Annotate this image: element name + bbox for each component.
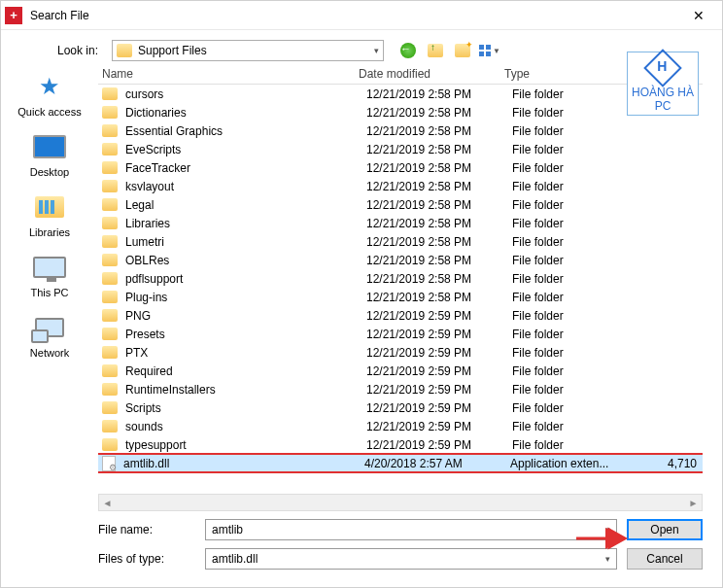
filetype-label: Files of type: bbox=[98, 552, 195, 566]
list-item[interactable]: Scripts12/21/2019 2:59 PMFile folder bbox=[98, 398, 703, 417]
file-date: 12/21/2019 2:59 PM bbox=[366, 309, 512, 323]
list-item[interactable]: Dictionaries12/21/2019 2:58 PMFile folde… bbox=[98, 103, 703, 121]
folder-icon bbox=[102, 106, 118, 119]
sidebar-item-quick-access[interactable]: ★Quick access bbox=[17, 71, 81, 118]
folder-icon bbox=[102, 272, 118, 285]
file-name: ksvlayout bbox=[125, 180, 366, 193]
window-title: Search File bbox=[30, 9, 679, 22]
cancel-button[interactable]: Cancel bbox=[627, 548, 703, 570]
column-headers[interactable]: Name Date modified Type Size bbox=[98, 63, 703, 85]
titlebar: + Search File ✕ bbox=[1, 1, 722, 30]
horizontal-scrollbar[interactable]: ◄ ► bbox=[98, 494, 703, 511]
list-item[interactable]: cursors12/21/2019 2:58 PMFile folder bbox=[98, 85, 703, 103]
header-name[interactable]: Name bbox=[102, 67, 359, 81]
list-item[interactable]: amtlib.dll4/20/2018 2:57 AMApplication e… bbox=[98, 454, 703, 472]
lookin-combo[interactable]: Support Files ▾ bbox=[112, 40, 384, 61]
list-item[interactable]: Libraries12/21/2019 2:58 PMFile folder bbox=[98, 214, 703, 232]
filetype-combo[interactable]: amtlib.dll ▾ bbox=[205, 548, 617, 570]
file-type: File folder bbox=[512, 106, 629, 120]
file-date: 12/21/2019 2:58 PM bbox=[366, 161, 512, 175]
file-type: File folder bbox=[512, 254, 629, 267]
file-type: File folder bbox=[512, 291, 629, 304]
list-item[interactable]: OBLRes12/21/2019 2:58 PMFile folder bbox=[98, 251, 703, 269]
nav-toolbar: ← ▼ bbox=[399, 42, 499, 59]
file-name: sounds bbox=[125, 420, 366, 433]
list-item[interactable]: PTX12/21/2019 2:59 PMFile folder bbox=[98, 343, 703, 362]
filename-input[interactable]: amtlib ▾ bbox=[205, 519, 617, 540]
list-item[interactable]: RuntimeInstallers12/21/2019 2:59 PMFile … bbox=[98, 380, 703, 398]
nav-back-button[interactable]: ← bbox=[399, 42, 417, 59]
sidebar-item-network[interactable]: Network bbox=[30, 312, 69, 359]
folder-icon bbox=[102, 401, 118, 414]
header-type[interactable]: Type bbox=[504, 67, 621, 81]
file-type: File folder bbox=[512, 328, 629, 341]
file-date: 12/21/2019 2:58 PM bbox=[366, 198, 512, 212]
folder-icon bbox=[102, 420, 118, 432]
file-date: 12/21/2019 2:59 PM bbox=[366, 364, 512, 378]
folder-icon bbox=[102, 198, 118, 211]
file-date: 12/21/2019 2:58 PM bbox=[366, 272, 512, 286]
file-date: 12/21/2019 2:58 PM bbox=[366, 180, 512, 193]
places-sidebar: ★Quick accessDesktopLibrariesThis PCNetw… bbox=[1, 63, 98, 511]
list-item[interactable]: Essential Graphics12/21/2019 2:58 PMFile… bbox=[98, 121, 703, 140]
folder-icon bbox=[102, 383, 118, 396]
file-date: 12/21/2019 2:58 PM bbox=[366, 235, 512, 249]
file-type: File folder bbox=[512, 346, 629, 360]
file-date: 12/21/2019 2:58 PM bbox=[366, 291, 512, 304]
up-one-level-button[interactable] bbox=[427, 42, 444, 59]
list-item[interactable]: typesupport12/21/2019 2:59 PMFile folder bbox=[98, 435, 703, 454]
file-date: 12/21/2019 2:59 PM bbox=[366, 420, 512, 433]
open-button[interactable]: Open bbox=[627, 519, 703, 540]
list-item[interactable]: EveScripts12/21/2019 2:58 PMFile folder bbox=[98, 140, 703, 158]
file-name: Lumetri bbox=[125, 235, 366, 249]
chevron-down-icon: ▾ bbox=[374, 46, 379, 55]
file-list[interactable]: cursors12/21/2019 2:58 PMFile folderDict… bbox=[98, 85, 703, 492]
new-folder-button[interactable] bbox=[454, 42, 471, 59]
file-type: File folder bbox=[512, 364, 629, 378]
file-name: RuntimeInstallers bbox=[125, 383, 366, 397]
scroll-right-icon[interactable]: ► bbox=[685, 495, 702, 510]
file-type: File folder bbox=[512, 383, 629, 397]
view-menu-button[interactable]: ▼ bbox=[481, 42, 499, 59]
file-name: OBLRes bbox=[125, 254, 366, 267]
file-type: File folder bbox=[512, 161, 629, 175]
list-item[interactable]: Plug-ins12/21/2019 2:58 PMFile folder bbox=[98, 288, 703, 306]
file-type: File folder bbox=[512, 309, 629, 323]
file-type: File folder bbox=[512, 272, 629, 286]
file-name: Libraries bbox=[125, 217, 366, 230]
list-item[interactable]: Lumetri12/21/2019 2:58 PMFile folder bbox=[98, 232, 703, 251]
sidebar-item-libraries[interactable]: Libraries bbox=[29, 191, 70, 238]
header-date[interactable]: Date modified bbox=[359, 67, 504, 81]
lookin-label: Look in: bbox=[17, 44, 104, 57]
file-date: 4/20/2018 2:57 AM bbox=[364, 457, 510, 470]
folder-icon bbox=[102, 124, 118, 137]
folder-icon bbox=[102, 254, 118, 266]
folder-icon bbox=[102, 180, 118, 192]
file-name: Scripts bbox=[125, 401, 366, 415]
file-date: 12/21/2019 2:58 PM bbox=[366, 87, 512, 101]
folder-icon bbox=[102, 217, 118, 229]
close-button[interactable]: ✕ bbox=[679, 1, 718, 30]
chevron-down-icon[interactable]: ▾ bbox=[605, 554, 610, 564]
list-item[interactable]: Legal12/21/2019 2:58 PMFile folder bbox=[98, 195, 703, 214]
file-type: File folder bbox=[512, 438, 629, 452]
file-date: 12/21/2019 2:59 PM bbox=[366, 438, 512, 452]
list-item[interactable]: pdflsupport12/21/2019 2:58 PMFile folder bbox=[98, 269, 703, 288]
list-item[interactable]: ksvlayout12/21/2019 2:58 PMFile folder bbox=[98, 177, 703, 195]
list-item[interactable]: FaceTracker12/21/2019 2:58 PMFile folder bbox=[98, 158, 703, 177]
file-type: File folder bbox=[512, 235, 629, 249]
list-item[interactable]: sounds12/21/2019 2:59 PMFile folder bbox=[98, 417, 703, 435]
list-item[interactable]: Required12/21/2019 2:59 PMFile folder bbox=[98, 362, 703, 380]
folder-icon bbox=[102, 161, 118, 174]
list-item[interactable]: Presets12/21/2019 2:59 PMFile folder bbox=[98, 325, 703, 343]
file-date: 12/21/2019 2:58 PM bbox=[366, 106, 512, 120]
file-date: 12/21/2019 2:58 PM bbox=[366, 143, 512, 156]
chevron-down-icon[interactable]: ▾ bbox=[605, 525, 610, 535]
list-item[interactable]: PNG12/21/2019 2:59 PMFile folder bbox=[98, 306, 703, 325]
sidebar-item-this-pc[interactable]: This PC bbox=[30, 252, 68, 298]
scroll-left-icon[interactable]: ◄ bbox=[99, 495, 116, 510]
sidebar-item-desktop[interactable]: Desktop bbox=[30, 131, 69, 178]
lookin-value: Support Files bbox=[138, 44, 374, 57]
file-type: File folder bbox=[512, 87, 629, 101]
file-name: cursors bbox=[125, 87, 366, 101]
